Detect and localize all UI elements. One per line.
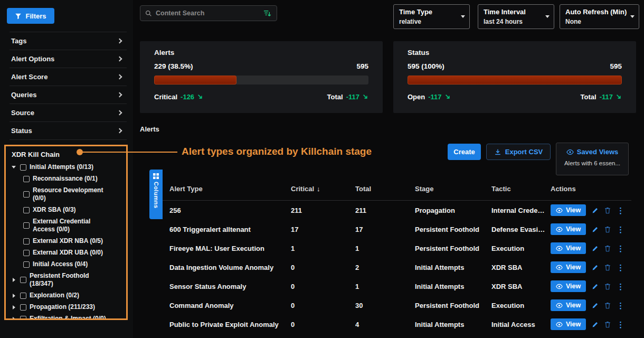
view-button[interactable]: View	[551, 299, 586, 311]
checkbox[interactable]	[23, 238, 30, 245]
tree-item-external-credential-access[interactable]: External Credential Access (0/0)	[23, 218, 124, 233]
delete-icon[interactable]	[604, 207, 611, 214]
auto-refresh-dropdown[interactable]: Auto Refresh (Min) None	[560, 4, 639, 29]
edit-icon[interactable]	[592, 321, 599, 328]
sidebar-item-status[interactable]: Status	[10, 122, 127, 140]
view-button[interactable]: View	[551, 280, 586, 292]
view-button[interactable]: View	[551, 242, 586, 254]
tree-item-propagation[interactable]: Propagation (211/233)	[11, 303, 124, 311]
edit-icon[interactable]	[592, 226, 599, 233]
funnel-icon	[15, 13, 22, 20]
search-icon	[145, 10, 152, 17]
more-options-icon[interactable]: ⋮	[617, 302, 624, 309]
tree-item-exfiltration-impact[interactable]: Exfiltration & Impact (0/0)	[11, 315, 124, 320]
caret-down-icon[interactable]	[11, 166, 17, 168]
header-alert-type[interactable]: Alert Type	[169, 185, 291, 193]
caret-right-icon[interactable]	[11, 278, 17, 282]
create-button[interactable]: Create	[448, 144, 481, 160]
view-button[interactable]: View	[551, 261, 586, 273]
tree-item-reconnaissance[interactable]: Reconnaissance (0/1)	[23, 175, 124, 183]
chevron-right-icon	[117, 110, 122, 116]
foot-label: Open	[408, 93, 425, 101]
checkbox[interactable]	[23, 222, 30, 229]
sidebar-item-alert-score[interactable]: Alert Score	[10, 68, 127, 86]
download-icon	[494, 148, 501, 156]
trend-value: -117	[346, 93, 359, 101]
caret-right-icon[interactable]	[11, 305, 17, 309]
cell-stage: Propagation	[415, 206, 491, 214]
checkbox[interactable]	[20, 164, 26, 171]
cell-stage: Persistent Foothold	[415, 245, 491, 252]
checkbox[interactable]	[23, 261, 30, 268]
header-tactic[interactable]: Tactic	[491, 185, 551, 193]
checkbox[interactable]	[20, 277, 26, 283]
checkbox[interactable]	[23, 176, 30, 182]
checkbox[interactable]	[23, 207, 30, 213]
tree-item-external-xdr-uba[interactable]: External XDR UBA (0/0)	[23, 249, 124, 257]
more-options-icon[interactable]: ⋮	[617, 264, 624, 271]
advanced-filter-icon[interactable]	[263, 10, 272, 17]
tree-item-initial-attempts[interactable]: Initial Attempts (0/13)	[11, 163, 124, 171]
delete-icon[interactable]	[604, 245, 611, 252]
more-options-icon[interactable]: ⋮	[617, 245, 624, 252]
eye-icon	[556, 246, 563, 251]
header-total[interactable]: Total	[355, 185, 415, 193]
content-search-input[interactable]	[156, 10, 259, 17]
sidebar-item-tags[interactable]: Tags	[10, 32, 127, 50]
header-stage[interactable]: Stage	[415, 185, 491, 193]
more-options-icon[interactable]: ⋮	[617, 206, 624, 214]
edit-icon[interactable]	[592, 264, 599, 271]
tree-item-persistent-foothold[interactable]: Persistent Foothold (18/347)	[11, 272, 124, 288]
header-critical[interactable]: Critical↓	[291, 185, 355, 193]
checkbox[interactable]	[20, 304, 26, 311]
card-title: Status	[408, 49, 622, 57]
view-button[interactable]: View	[551, 318, 586, 330]
cell-total: 30	[355, 302, 415, 309]
delete-icon[interactable]	[604, 264, 611, 271]
more-options-icon[interactable]: ⋮	[617, 283, 624, 290]
filters-button[interactable]: Filters	[7, 8, 54, 24]
checkbox[interactable]	[23, 191, 30, 198]
cell-tactic: Internal Credential	[491, 206, 551, 214]
delete-icon[interactable]	[604, 283, 611, 290]
edit-icon[interactable]	[592, 283, 599, 290]
tree-item-xdr-sba[interactable]: XDR SBA (0/3)	[23, 206, 124, 214]
more-options-icon[interactable]: ⋮	[617, 321, 624, 328]
edit-icon[interactable]	[592, 302, 599, 309]
checkbox[interactable]	[23, 250, 30, 256]
sidebar-item-alert-options[interactable]: Alert Options	[10, 50, 127, 68]
delete-icon[interactable]	[604, 226, 611, 233]
time-type-dropdown[interactable]: Time Type relative	[393, 4, 470, 29]
edit-icon[interactable]	[592, 207, 599, 214]
card-left-value: 595 (100%)	[408, 62, 444, 70]
edit-icon[interactable]	[592, 245, 599, 252]
sidebar-item-source[interactable]: Source	[10, 104, 127, 122]
time-interval-dropdown[interactable]: Time Interval last 24 hours	[478, 4, 554, 29]
tree-item-label: XDR SBA (0/3)	[33, 206, 76, 214]
checkbox[interactable]	[20, 316, 26, 321]
tree-item-label: Exploration (0/2)	[30, 292, 79, 299]
columns-tab[interactable]: Columns	[149, 170, 163, 219]
card-right-value: 595	[356, 62, 368, 70]
tree-item-initial-access[interactable]: Initial Access (0/4)	[23, 260, 124, 268]
caret-right-icon[interactable]	[11, 317, 17, 321]
view-button[interactable]: View	[551, 223, 586, 235]
cell-critical: 0	[291, 283, 355, 290]
checkbox[interactable]	[20, 293, 26, 299]
eye-icon	[556, 284, 563, 289]
delete-icon[interactable]	[604, 302, 611, 309]
killchain-highlight-box: XDR Kill Chain Initial Attempts (0/13) R…	[4, 145, 128, 320]
caret-right-icon[interactable]	[11, 294, 17, 298]
view-button[interactable]: View	[551, 204, 586, 216]
callout-line	[82, 152, 177, 153]
more-options-icon[interactable]: ⋮	[617, 226, 624, 233]
delete-icon[interactable]	[604, 321, 611, 328]
cell-alert-type: 256	[169, 206, 291, 214]
tree-item-exploration[interactable]: Exploration (0/2)	[11, 292, 124, 299]
table-row: Fireeye MAL: User Execution 1 1 Persiste…	[163, 239, 631, 258]
sidebar-item-queries[interactable]: Queries	[10, 86, 127, 104]
export-csv-button[interactable]: Export CSV	[486, 144, 551, 160]
saved-views-button[interactable]: Saved Views Alerts with 6 essen...	[556, 143, 629, 175]
tree-item-external-xdr-nba[interactable]: External XDR NBA (0/5)	[23, 237, 124, 245]
tree-item-resource-development[interactable]: Resource Development (0/0)	[23, 186, 124, 202]
